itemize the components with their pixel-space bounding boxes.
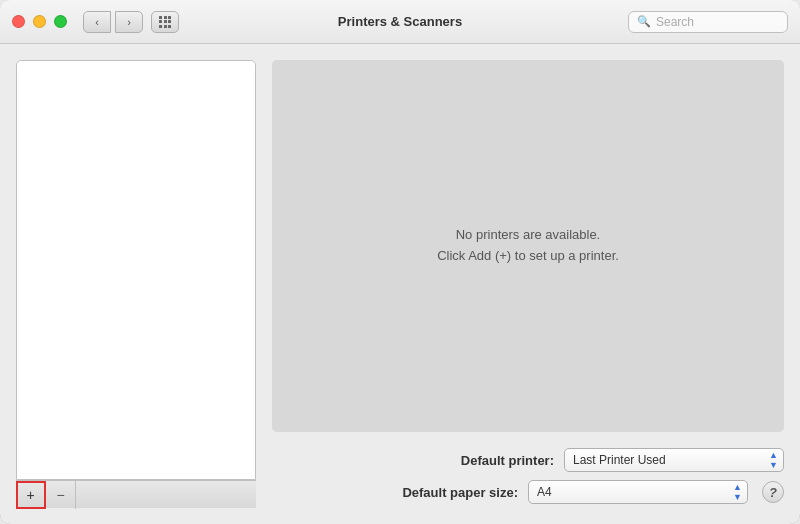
default-paper-size-select-wrapper: A4 Letter Legal ▲ ▼ — [528, 480, 748, 504]
chevron-left-icon: ‹ — [95, 16, 99, 28]
main-content: + − No printers are available. Click Add… — [0, 44, 800, 524]
right-panel: No printers are available. Click Add (+)… — [272, 60, 784, 508]
search-icon: 🔍 — [637, 15, 651, 28]
window-title: Printers & Scanners — [338, 14, 462, 29]
maximize-button[interactable] — [54, 15, 67, 28]
back-button[interactable]: ‹ — [83, 11, 111, 33]
traffic-lights — [12, 15, 67, 28]
minimize-button[interactable] — [33, 15, 46, 28]
forward-button[interactable]: › — [115, 11, 143, 33]
title-bar: ‹ › Printers & Scanners 🔍 — [0, 0, 800, 44]
no-printer-message: No printers are available. Click Add (+)… — [437, 225, 619, 267]
close-button[interactable] — [12, 15, 25, 28]
chevron-right-icon: › — [127, 16, 131, 28]
search-input[interactable] — [656, 15, 779, 29]
default-paper-size-label: Default paper size: — [272, 485, 518, 500]
grid-view-button[interactable] — [151, 11, 179, 33]
grid-icon — [159, 16, 171, 28]
remove-printer-button[interactable]: − — [46, 481, 76, 509]
no-printer-line2: Click Add (+) to set up a printer. — [437, 246, 619, 267]
list-toolbar: + − — [16, 480, 256, 508]
printer-list — [16, 60, 256, 480]
help-button[interactable]: ? — [762, 481, 784, 503]
search-box[interactable]: 🔍 — [628, 11, 788, 33]
default-printer-select-wrapper: Last Printer Used ▲ ▼ — [564, 448, 784, 472]
window: ‹ › Printers & Scanners 🔍 + − — [0, 0, 800, 524]
add-printer-button[interactable]: + — [16, 481, 46, 509]
nav-buttons: ‹ › — [83, 11, 143, 33]
default-paper-size-select[interactable]: A4 Letter Legal — [528, 480, 748, 504]
printer-detail-area: No printers are available. Click Add (+)… — [272, 60, 784, 432]
default-printer-row: Default printer: Last Printer Used ▲ ▼ — [272, 448, 784, 472]
default-printer-select[interactable]: Last Printer Used — [564, 448, 784, 472]
bottom-controls: Default printer: Last Printer Used ▲ ▼ D… — [272, 448, 784, 508]
no-printer-line1: No printers are available. — [437, 225, 619, 246]
default-printer-label: Default printer: — [272, 453, 554, 468]
default-paper-size-row: Default paper size: A4 Letter Legal ▲ ▼ … — [272, 480, 784, 504]
left-panel: + − — [16, 60, 256, 508]
